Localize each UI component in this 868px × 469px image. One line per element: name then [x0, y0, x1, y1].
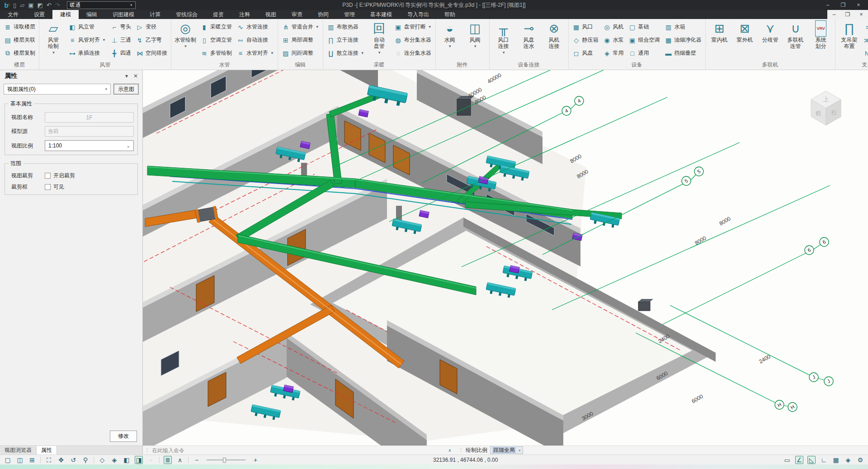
object-snap-icon[interactable]: ◈ — [844, 456, 852, 464]
tile-views-icon[interactable]: ◫ — [16, 456, 24, 464]
restore-icon[interactable]: ❐ — [836, 0, 850, 9]
add-view-icon[interactable]: ⊞ — [28, 456, 36, 464]
menu-tab-3[interactable]: 建模 — [52, 10, 79, 19]
duct-riser-button[interactable]: ◧风立管 — [67, 20, 107, 33]
menu-tab-11[interactable]: 审查 — [284, 10, 310, 19]
menu-tab-1[interactable]: 文件 — [0, 10, 26, 19]
air-valve-button[interactable]: ◫风阀▼ — [464, 20, 486, 50]
coil-break-button[interactable]: ▣盘管打断▼ — [393, 20, 433, 33]
fume-purifier-button[interactable]: ▩油烟净化器 — [664, 33, 703, 47]
model-source-field[interactable]: 当前 — [45, 126, 134, 137]
zoom-slider[interactable] — [207, 460, 245, 460]
fancoil-water-connect-button[interactable]: ⊸风盘连水 — [518, 20, 540, 49]
zoom-in-icon[interactable]: + — [251, 456, 259, 464]
air-outlet-connect-button[interactable]: ╥风口连接▼ — [493, 20, 514, 56]
radiator-place-button[interactable]: ▥布散热器 — [326, 20, 365, 33]
modify-button[interactable]: 修改 — [110, 431, 137, 442]
socket-connect-button[interactable]: ⊶承插连接 — [67, 47, 107, 60]
foundation-button[interactable]: ▢基础 — [627, 20, 661, 33]
menu-tab-8[interactable]: 提资 — [205, 10, 231, 19]
copy-along-pipe-button[interactable]: ⇉沿管拷贝 — [863, 20, 868, 33]
hidden-line-view-icon[interactable]: ◈ — [110, 456, 118, 464]
copy-along-line-button[interactable]: ⋙沿线拷贝 — [863, 33, 868, 47]
zoom-slider-thumb[interactable] — [223, 458, 226, 463]
view-cube[interactable]: 上 前 右 — [806, 87, 846, 130]
draw-scale-select[interactable]: 跟随全局 ▾ — [490, 446, 523, 454]
new-file-icon[interactable]: ▯ — [13, 2, 16, 9]
heating-riser-button[interactable]: ▮采暖立管 — [199, 20, 233, 33]
tee-button[interactable]: ⊥三通 — [109, 33, 132, 47]
view-cube-top-label[interactable]: 上 — [823, 96, 829, 103]
view-scale-select[interactable]: 1:100 ⌄ — [45, 140, 134, 151]
hanger-place-button[interactable]: ∏支吊架布置 — [839, 20, 860, 49]
menu-tab-5[interactable]: 识图建模 — [105, 10, 142, 19]
wireframe-view-icon[interactable]: ◇ — [98, 456, 106, 464]
ac-riser-button[interactable]: ▯空调立管 — [199, 33, 233, 47]
snap-settings-icon[interactable]: ⚙ — [856, 456, 864, 464]
model-canvas[interactable]: 4000040000800080008000800080002400240060… — [143, 70, 868, 445]
menu-tab-9[interactable]: 注释 — [231, 10, 258, 19]
cross-button[interactable]: ╋四通 — [109, 47, 132, 60]
fan-coil-button[interactable]: ◻风盘 — [571, 47, 599, 60]
crop-enable-checkbox[interactable] — [45, 173, 51, 179]
realistic-view-icon[interactable]: ◨ — [135, 456, 143, 464]
pipe-draw-button[interactable]: ◎水管绘制▼ — [175, 20, 196, 50]
grid-snap-icon[interactable]: ▦ — [832, 456, 840, 464]
drag-handle-icon[interactable]: ⋮ — [458, 447, 463, 453]
manifold-place-button[interactable]: ◍布分集水器 — [393, 33, 433, 47]
slope-snap-icon[interactable]: ◺ — [807, 456, 816, 464]
indoor-unit-button[interactable]: ⊞室内机 — [709, 20, 731, 43]
system-divide-button[interactable]: VRV系统划分 — [810, 20, 832, 49]
view-name-field[interactable]: 1F — [45, 112, 134, 123]
spacing-adjust-button[interactable]: ▨间距调整 — [281, 47, 320, 60]
doc-close-icon[interactable]: × — [854, 10, 868, 19]
dock-tab-properties[interactable]: 属性 — [37, 446, 57, 455]
water-valve-button[interactable]: ◒水阀▼ — [439, 20, 461, 50]
pipe-connect-button[interactable]: ∿水管连接 — [236, 20, 275, 33]
command-collapse-button[interactable]: ∧ — [444, 447, 456, 453]
orbit-icon[interactable]: ↺ — [69, 456, 77, 464]
redo-icon[interactable]: ↷ — [55, 2, 60, 9]
zoom-out-icon[interactable]: − — [193, 456, 201, 464]
ghost-view-icon[interactable]: ▫ — [147, 456, 155, 464]
fan-connect-button[interactable]: ⊗风机连接 — [543, 20, 565, 49]
space-overlap-button[interactable]: ⋈空间搭接 — [135, 47, 168, 60]
local-adjust-button[interactable]: ⊞局部调整 — [281, 33, 320, 47]
panel-close-icon[interactable]: ✕ — [133, 73, 138, 79]
doc-restore-icon[interactable]: ❐ — [841, 10, 854, 19]
panel-collapse-icon[interactable]: ▾ — [125, 73, 128, 79]
generic-equip-button[interactable]: □通用 — [627, 47, 661, 60]
new-view-icon[interactable]: ▢ — [4, 456, 12, 464]
schematic-button[interactable]: 示意图 — [113, 84, 139, 95]
ortho-mode-icon[interactable]: ∟ — [820, 456, 828, 464]
menu-tab-14[interactable]: 基本建模 — [363, 10, 400, 19]
command-input[interactable] — [152, 447, 441, 454]
reducer-button[interactable]: ▷变径 — [135, 20, 168, 33]
menu-tab-2[interactable]: 设置 — [26, 10, 52, 19]
pump-button[interactable]: ◉水泵 — [602, 33, 625, 47]
auto-coil-button[interactable]: 回自动盘管▼ — [368, 20, 390, 56]
floor-copy-button[interactable]: ⧉楼层复制 — [3, 47, 36, 60]
angle-snap-icon[interactable]: ∠ — [795, 456, 803, 464]
menu-tab-15[interactable]: 导入导出 — [400, 10, 437, 19]
menu-tab-16[interactable]: 帮助 — [437, 10, 463, 19]
z-bend-button[interactable]: ↯乙字弯 — [135, 33, 168, 47]
pipe-merge-button[interactable]: ⋔管道合并▼ — [281, 20, 320, 33]
discipline-select[interactable]: 暖通 ▾ — [67, 1, 136, 9]
smoke-curtain-button[interactable]: ▬挡烟垂壁 — [664, 47, 703, 60]
display-settings-icon[interactable]: ≣ — [164, 456, 172, 464]
property-type-select[interactable]: 视图属性(0) ▾ — [4, 84, 111, 95]
elbow-button[interactable]: ⌐弯头 — [109, 20, 132, 33]
outdoor-unit-button[interactable]: ⊠室外机 — [734, 20, 756, 43]
branch-pipe-button[interactable]: ⋎分歧管 — [760, 20, 781, 43]
undo-icon[interactable]: ↶ — [47, 2, 52, 9]
minimize-icon[interactable]: – — [821, 0, 835, 9]
water-tank-button[interactable]: ▥水箱 — [664, 20, 703, 33]
fan-button[interactable]: ◎风机 — [602, 20, 625, 33]
shaded-view-icon[interactable]: ◧ — [123, 456, 131, 464]
multi-pipe-draw-button[interactable]: ≋多管绘制 — [199, 47, 233, 60]
save-as-icon[interactable]: ◩ — [37, 2, 42, 9]
collapse-toolbar-icon[interactable]: ∧ — [176, 456, 184, 464]
plenum-box-button[interactable]: ◇静压箱 — [571, 33, 599, 47]
dock-tab-view-browser[interactable]: 视图浏览器 — [0, 446, 37, 455]
